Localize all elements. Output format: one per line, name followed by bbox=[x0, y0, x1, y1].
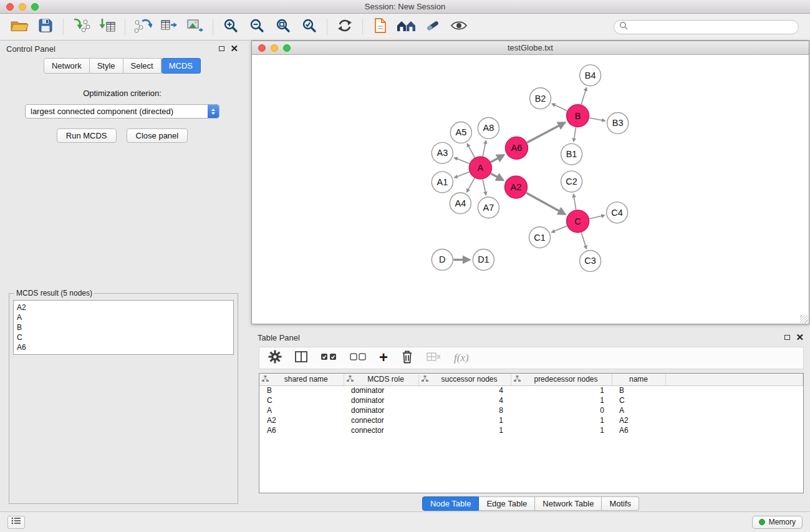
graph-node-B[interactable]: B bbox=[567, 105, 589, 127]
graph-node-A6[interactable]: A6 bbox=[505, 137, 528, 159]
zoom-out-button[interactable] bbox=[244, 15, 270, 39]
zoom-window-button[interactable] bbox=[31, 3, 39, 11]
graph-node-C3[interactable]: C3 bbox=[580, 251, 601, 272]
export-image-button[interactable] bbox=[182, 15, 208, 39]
tab-network[interactable]: Network bbox=[44, 58, 90, 74]
function-builder-button[interactable]: f(x) bbox=[454, 352, 469, 364]
mcds-result-item[interactable]: A bbox=[17, 312, 230, 322]
graph-node-A1[interactable]: A1 bbox=[432, 172, 453, 193]
tab-edge-table[interactable]: Edge Table bbox=[479, 496, 535, 511]
edge-B-B2[interactable] bbox=[552, 104, 567, 110]
select-all-columns-button[interactable] bbox=[321, 352, 337, 364]
zoom-selected-button[interactable] bbox=[296, 15, 322, 39]
edge-C-C4[interactable] bbox=[589, 215, 604, 218]
table-row[interactable]: A2 connector 1 1 A2 bbox=[259, 415, 803, 425]
edge-B-B1[interactable] bbox=[574, 127, 576, 142]
cell-shared-name[interactable]: A6 bbox=[259, 425, 344, 435]
column-header-successor-nodes[interactable]: successor nodes bbox=[418, 374, 511, 385]
style-brush-button[interactable] bbox=[420, 15, 446, 39]
edge-A-A3[interactable] bbox=[455, 158, 470, 163]
criterion-dropdown[interactable]: largest connected component (directed) bbox=[25, 104, 219, 118]
graph-node-D[interactable]: D bbox=[432, 249, 453, 271]
show-panels-button[interactable] bbox=[393, 15, 420, 39]
close-table-panel-icon[interactable]: ✕ bbox=[796, 334, 804, 341]
cell-predecessors[interactable]: 1 bbox=[511, 395, 612, 405]
tab-style[interactable]: Style bbox=[90, 58, 123, 74]
cell-name[interactable]: C bbox=[612, 395, 665, 405]
cell-predecessors[interactable]: 1 bbox=[511, 425, 612, 435]
tab-select[interactable]: Select bbox=[123, 58, 162, 74]
cell-predecessors[interactable]: 1 bbox=[511, 385, 612, 395]
edge-A-A4[interactable] bbox=[466, 178, 475, 192]
mcds-result-item[interactable]: B bbox=[17, 322, 230, 332]
graph-node-A[interactable]: A bbox=[469, 157, 491, 179]
tab-network-table[interactable]: Network Table bbox=[535, 496, 602, 511]
edge-B-B3[interactable] bbox=[589, 118, 605, 121]
create-column-button[interactable]: + bbox=[379, 351, 388, 365]
edge-C-C2[interactable] bbox=[574, 194, 576, 210]
tab-motifs[interactable]: Motifs bbox=[602, 496, 639, 511]
graph-node-B2[interactable]: B2 bbox=[529, 88, 551, 109]
edge-A-A7[interactable] bbox=[483, 180, 486, 195]
task-history-button[interactable] bbox=[7, 516, 25, 529]
search-input[interactable] bbox=[631, 22, 793, 32]
graph-node-A7[interactable]: A7 bbox=[478, 197, 499, 218]
graph-node-C1[interactable]: C1 bbox=[529, 227, 550, 248]
cell-successors[interactable]: 4 bbox=[418, 385, 511, 395]
cell-shared-name[interactable]: A2 bbox=[259, 415, 344, 425]
import-table-button[interactable] bbox=[94, 15, 120, 39]
cell-name[interactable]: A2 bbox=[612, 415, 665, 425]
delete-column-button[interactable] bbox=[400, 349, 414, 367]
cell-successors[interactable]: 1 bbox=[418, 425, 511, 435]
close-network-window-button[interactable] bbox=[258, 44, 266, 52]
zoom-fit-button[interactable] bbox=[270, 15, 296, 39]
float-table-panel-icon[interactable] bbox=[784, 335, 790, 340]
cell-predecessors[interactable]: 0 bbox=[511, 405, 612, 415]
edge-A6-B[interactable] bbox=[527, 122, 565, 142]
column-header-predecessor-nodes[interactable]: predecessor nodes bbox=[511, 374, 612, 385]
window-resize-grip[interactable] bbox=[800, 315, 808, 323]
mcds-result-item[interactable]: A6 bbox=[17, 342, 230, 352]
cell-mcds-role[interactable]: connector bbox=[344, 425, 418, 435]
cell-name[interactable]: A bbox=[612, 405, 665, 415]
open-session-button[interactable] bbox=[6, 15, 32, 39]
edge-A-A8[interactable] bbox=[483, 141, 486, 157]
run-mcds-button[interactable]: Run MCDS bbox=[57, 128, 117, 143]
show-columns-button[interactable] bbox=[294, 351, 308, 365]
edge-C-C1[interactable] bbox=[551, 226, 567, 232]
graph-node-A3[interactable]: A3 bbox=[432, 142, 453, 163]
zoom-in-button[interactable] bbox=[218, 15, 244, 39]
cell-mcds-role[interactable]: dominator bbox=[344, 385, 418, 395]
table-row[interactable]: B dominator 4 1 B bbox=[259, 385, 803, 395]
cell-successors[interactable]: 8 bbox=[418, 405, 511, 415]
close-panel-icon[interactable]: ✕ bbox=[230, 46, 238, 52]
network-canvas[interactable]: B4B2BB3A5A8A6A3B1AC2A1A2A4A7C4CC1DD1C3 bbox=[252, 55, 809, 324]
table-settings-button[interactable] bbox=[268, 350, 282, 366]
mcds-result-item[interactable]: C bbox=[17, 332, 230, 342]
graph-node-A2[interactable]: A2 bbox=[504, 176, 527, 198]
graph-node-B1[interactable]: B1 bbox=[561, 143, 582, 165]
edge-A-A5[interactable] bbox=[467, 143, 475, 157]
table-row[interactable]: A dominator 8 0 A bbox=[259, 405, 803, 415]
close-window-button[interactable] bbox=[6, 3, 14, 11]
unselect-all-columns-button[interactable] bbox=[350, 352, 367, 364]
graph-node-D1[interactable]: D1 bbox=[473, 249, 494, 271]
edge-C-C3[interactable] bbox=[581, 233, 586, 249]
column-header-mcds-role[interactable]: MCDS role bbox=[344, 374, 418, 385]
mcds-result-item[interactable]: A2 bbox=[17, 302, 230, 312]
cell-mcds-role[interactable]: connector bbox=[344, 415, 418, 425]
cell-mcds-role[interactable]: dominator bbox=[344, 395, 418, 405]
delete-table-button[interactable] bbox=[427, 351, 441, 365]
cell-successors[interactable]: 4 bbox=[418, 395, 511, 405]
float-panel-icon[interactable] bbox=[219, 46, 224, 51]
edge-A-A2[interactable] bbox=[491, 173, 503, 180]
cell-successors[interactable]: 1 bbox=[418, 415, 511, 425]
graph-node-A4[interactable]: A4 bbox=[450, 193, 471, 214]
graph-node-A8[interactable]: A8 bbox=[478, 118, 499, 139]
graph-node-C2[interactable]: C2 bbox=[561, 171, 582, 192]
graph-node-C4[interactable]: C4 bbox=[607, 202, 628, 223]
tab-node-table[interactable]: Node Table bbox=[422, 496, 480, 511]
cell-shared-name[interactable]: A bbox=[259, 405, 344, 415]
refresh-layout-button[interactable] bbox=[332, 15, 358, 39]
column-header-name[interactable]: name bbox=[612, 374, 665, 385]
